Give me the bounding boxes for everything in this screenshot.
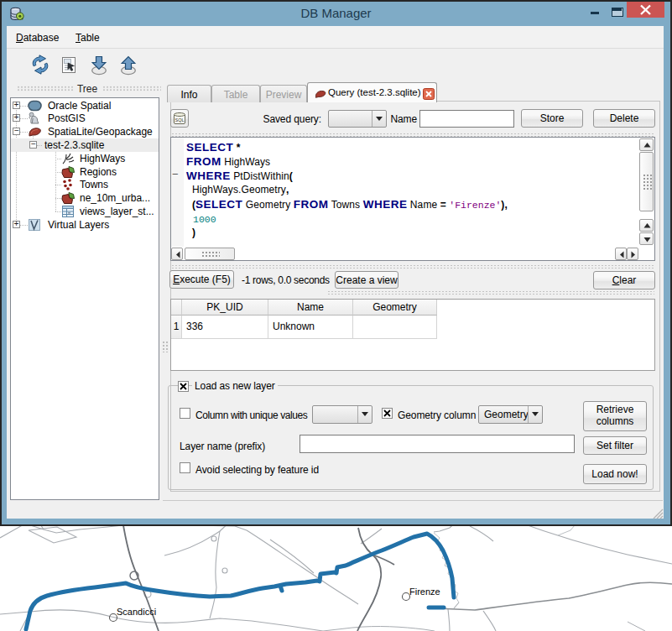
- svg-text:SQL: SQL: [175, 117, 184, 123]
- svg-text:Firenze: Firenze: [409, 587, 440, 597]
- svg-text:Scandicci: Scandicci: [117, 607, 156, 617]
